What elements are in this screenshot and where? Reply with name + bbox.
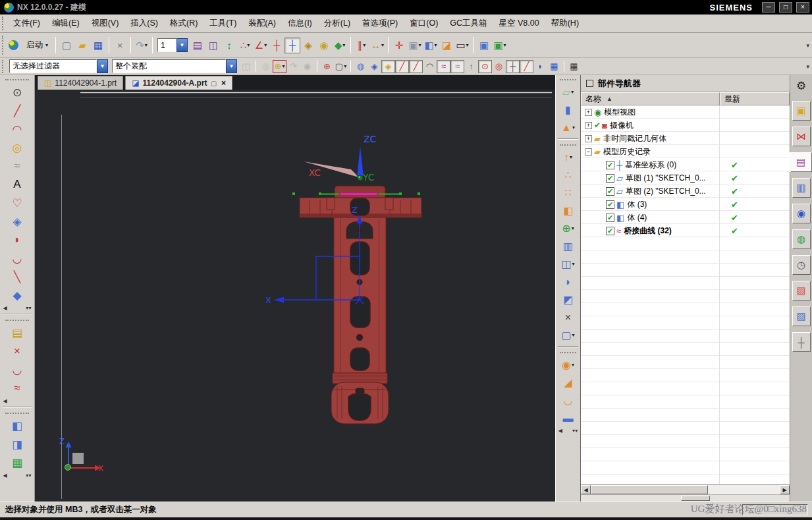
menu-item-7[interactable]: 信息(I) bbox=[282, 15, 318, 32]
menu-item-1[interactable]: 编辑(E) bbox=[46, 15, 86, 32]
toolbar-overflow-icon[interactable]: ▾ bbox=[806, 42, 809, 49]
arc-icon[interactable]: ◠ bbox=[7, 120, 27, 138]
bridge-curve-icon[interactable]: ◡ bbox=[7, 249, 27, 268]
circle-icon[interactable]: ◎ bbox=[7, 138, 27, 157]
snap-grid-point-icon[interactable]: ▦ bbox=[547, 60, 561, 73]
toolbar-overflow-icon[interactable]: ▾ bbox=[806, 63, 809, 70]
selection-scope-dropdown-icon[interactable]: ▼ bbox=[226, 59, 237, 73]
view-background-icon[interactable]: ▭▾ bbox=[454, 38, 470, 53]
studio-spline-icon[interactable]: ≈ bbox=[7, 157, 27, 175]
tree-row-1[interactable]: +✔◙摄像机 bbox=[581, 119, 790, 132]
surface-patch-icon[interactable]: ◈ bbox=[7, 212, 27, 231]
roles-tab[interactable]: ┼ bbox=[792, 332, 811, 352]
datum-grid-icon[interactable]: ▦ bbox=[567, 60, 581, 73]
closed-profile-icon[interactable]: ♡ bbox=[7, 194, 27, 212]
tab-close-icon[interactable]: × bbox=[221, 78, 226, 88]
save-icon[interactable]: ▦ bbox=[90, 38, 106, 53]
divide-face-icon[interactable]: ◩ bbox=[558, 291, 579, 308]
through-curve-mesh-icon[interactable]: ▦ bbox=[7, 453, 27, 472]
expand-more-icon[interactable]: ▾▾ bbox=[572, 428, 578, 434]
pattern-geometry-icon[interactable]: ∷ bbox=[558, 184, 579, 202]
select-shaded-face-icon[interactable]: ◍ bbox=[354, 60, 367, 73]
through-curves-icon[interactable]: ◨ bbox=[7, 435, 27, 453]
history-tab[interactable]: ◷ bbox=[792, 255, 811, 275]
tree-row-9[interactable]: ✔≈桥接曲线 (32)✔ bbox=[581, 224, 790, 237]
snap-spline-point-icon[interactable]: ≈ bbox=[450, 60, 464, 73]
wcs-dynamics-icon[interactable]: ┼ bbox=[284, 38, 300, 53]
tree-row-5[interactable]: ✔▱草图 (1) "SKETCH_0...✔ bbox=[581, 171, 790, 185]
open-file-icon[interactable]: ▰ bbox=[74, 38, 90, 53]
menu-item-8[interactable]: 分析(L) bbox=[318, 15, 356, 32]
layer-category-icon[interactable]: ∴▾ bbox=[237, 38, 253, 53]
bend-sheet-icon[interactable]: ◡ bbox=[558, 391, 579, 409]
edge-blend-icon[interactable]: ◉▾ bbox=[558, 356, 579, 374]
trim-body-icon[interactable]: ◫▾ bbox=[558, 255, 579, 273]
datum-plane-icon[interactable]: ▱▾ bbox=[558, 83, 579, 101]
project-curve-icon[interactable]: ╲ bbox=[7, 268, 27, 286]
boundary-sheet-icon[interactable]: ◗ bbox=[7, 231, 27, 249]
tree-row-2[interactable]: +▰非时间戳记几何体 bbox=[581, 132, 790, 145]
reuse-library-tab[interactable]: ▥ bbox=[792, 178, 811, 198]
pattern-feature-icon[interactable]: ∴ bbox=[558, 166, 579, 184]
visualization-preferences-icon[interactable]: ◆▾ bbox=[332, 38, 348, 53]
rib-icon[interactable]: ▥ bbox=[558, 237, 579, 255]
fit-view-icon[interactable]: ✛ bbox=[391, 38, 407, 53]
snap-multiple-icon[interactable]: ◈ bbox=[381, 60, 395, 73]
snap-arrow-icon[interactable]: ↑ bbox=[464, 60, 478, 73]
navigator-hscrollbar-2[interactable] bbox=[581, 494, 790, 502]
expand-icon[interactable]: + bbox=[585, 109, 592, 116]
menu-item-10[interactable]: 窗口(O) bbox=[404, 15, 444, 32]
snap-quadrant-icon[interactable]: ◎ bbox=[492, 60, 506, 73]
collapse-icon[interactable]: − bbox=[585, 148, 592, 156]
constraint-navigator-tab[interactable]: ⋈ bbox=[792, 127, 811, 146]
delete-body-icon[interactable]: × bbox=[558, 308, 579, 326]
minimize-button[interactable]: ─ bbox=[762, 2, 775, 13]
scroll-thumb-2[interactable] bbox=[681, 496, 710, 501]
navigator-hscrollbar[interactable]: ◀ ▶ bbox=[581, 484, 790, 494]
close-button[interactable]: × bbox=[796, 2, 809, 13]
tree-row-0[interactable]: +◉模型视图 bbox=[581, 105, 790, 119]
offset-curve-icon[interactable]: ≈ bbox=[7, 379, 27, 397]
menu-item-13[interactable]: 帮助(H) bbox=[545, 15, 585, 32]
rectangle-select-icon[interactable]: ▢▾ bbox=[334, 60, 348, 73]
hd3d-tool-tab[interactable]: ◉ bbox=[792, 204, 811, 223]
snap-midpoint-icon[interactable]: ╱ bbox=[409, 60, 423, 73]
point-icon[interactable]: ⊙ bbox=[7, 83, 27, 101]
redo-icon[interactable]: ↷▾ bbox=[134, 38, 149, 53]
menu-item-6[interactable]: 装配(A) bbox=[242, 15, 282, 32]
trimmed-sheet-icon[interactable]: ◗ bbox=[558, 273, 579, 291]
shell-icon[interactable]: ▢▾ bbox=[558, 326, 579, 344]
law-curve-icon[interactable]: ▤ bbox=[7, 324, 27, 342]
work-layer-dropdown-icon[interactable]: ▼ bbox=[176, 38, 188, 52]
collapse-left-icon[interactable]: ◀ bbox=[3, 305, 7, 311]
csys-orientation-icon[interactable]: ∠▾ bbox=[253, 38, 269, 53]
new-file-icon[interactable]: ▢ bbox=[59, 38, 74, 53]
collapse-left-icon[interactable]: ◀ bbox=[3, 398, 7, 404]
menu-item-5[interactable]: 工具(T) bbox=[203, 15, 242, 32]
clearance-analysis-icon[interactable]: ∥▾ bbox=[354, 38, 369, 53]
extrude-icon[interactable]: ▲▾ bbox=[558, 119, 579, 136]
snap-tangent-icon[interactable]: ◠ bbox=[423, 60, 437, 73]
line-icon[interactable]: ╱ bbox=[7, 101, 27, 120]
render-style-icon[interactable]: ▣▾ bbox=[407, 38, 423, 53]
menu-item-12[interactable]: 星空 V8.00 bbox=[493, 15, 545, 32]
layer-settings-icon[interactable]: ▤ bbox=[190, 38, 205, 53]
column-header-latest[interactable]: 最新 bbox=[720, 92, 790, 105]
close-part-icon[interactable]: × bbox=[112, 38, 128, 53]
select-stamp-icon[interactable]: ◉ bbox=[300, 60, 314, 73]
work-layer-combo[interactable]: 1▼ bbox=[157, 38, 188, 52]
interpart-selection-icon[interactable]: ⊕▾ bbox=[273, 60, 286, 73]
ruled-surface-icon[interactable]: ◧ bbox=[7, 417, 27, 435]
extract-geometry-icon[interactable]: ↑▾ bbox=[558, 148, 579, 166]
select-solid-icon[interactable]: ◈ bbox=[367, 60, 381, 73]
trim-curve-icon[interactable]: × bbox=[7, 342, 27, 361]
menu-item-2[interactable]: 视图(V) bbox=[86, 15, 125, 32]
tree-row-8[interactable]: ✔◧体 (4)✔ bbox=[581, 211, 790, 224]
menu-item-0[interactable]: 文件(F) bbox=[7, 15, 46, 32]
scroll-right-icon[interactable]: ▶ bbox=[780, 485, 790, 494]
system-scenes-tab[interactable]: ▨ bbox=[792, 306, 811, 326]
chamfer-icon[interactable]: ◢ bbox=[558, 374, 579, 391]
tree-row-3[interactable]: −▰模型历史记录 bbox=[581, 145, 790, 158]
measure-distance-icon[interactable]: ↔▾ bbox=[369, 38, 385, 53]
role-palette-icon[interactable]: ◉ bbox=[316, 38, 332, 53]
